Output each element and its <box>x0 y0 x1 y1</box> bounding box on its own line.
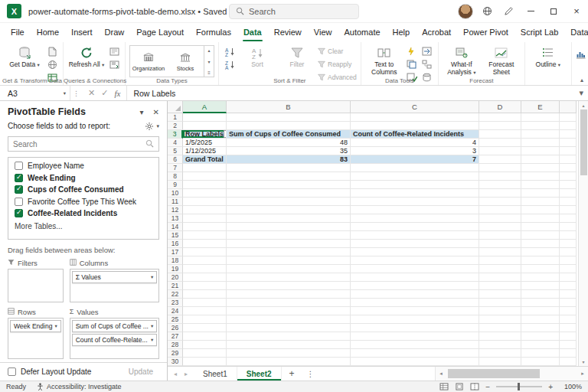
scroll-right-icon[interactable]: ▸ <box>577 371 588 377</box>
ribbon-tab-acrobat[interactable]: Acrobat <box>416 24 457 41</box>
cell-D7[interactable] <box>479 164 521 172</box>
formula-bar-content[interactable]: Row Labels <box>127 86 574 100</box>
ribbon-tab-home[interactable]: Home <box>31 24 65 41</box>
cell-C10[interactable] <box>351 189 479 198</box>
cell-B19[interactable] <box>227 265 351 273</box>
name-box-chevron-icon[interactable]: ▾ <box>64 90 66 96</box>
field-item[interactable]: Coffee-Related Incidents <box>8 207 158 220</box>
row-header-26[interactable]: 26 <box>168 324 183 332</box>
gallery-scrollbar[interactable]: ▴▾≡ <box>204 46 214 77</box>
pane-close-icon[interactable]: ✕ <box>153 108 159 116</box>
field-checkbox[interactable] <box>15 162 23 170</box>
ribbon-tab-formulas[interactable]: Formulas <box>190 24 237 41</box>
clear-button[interactable]: Clear <box>318 46 357 57</box>
cell-C4[interactable]: 4 <box>351 139 479 147</box>
row-header-5[interactable]: 5 <box>168 147 183 155</box>
cell-D19[interactable] <box>479 265 521 273</box>
document-title[interactable]: power-automate-forms-pivot-table-demo.xl… <box>28 7 227 16</box>
grid[interactable]: ABCDE123Row Labels▼Sum of Cups of Coffee… <box>168 101 578 366</box>
cell-B21[interactable] <box>227 282 351 290</box>
cell-B7[interactable] <box>227 164 351 172</box>
cell-C6[interactable]: 7 <box>351 155 479 164</box>
cell-E7[interactable] <box>521 164 560 172</box>
cell-B12[interactable] <box>227 206 351 214</box>
cell-D20[interactable] <box>479 273 521 282</box>
cell-E12[interactable] <box>521 206 560 214</box>
row-header-7[interactable]: 7 <box>168 164 183 172</box>
vertical-scroll-thumb[interactable] <box>580 109 587 175</box>
cell-D8[interactable] <box>479 172 521 181</box>
cell-A21[interactable] <box>183 282 227 290</box>
update-button[interactable]: Update <box>122 367 159 377</box>
cell-C5[interactable]: 3 <box>351 147 479 155</box>
cell-B11[interactable] <box>227 198 351 206</box>
cell-C13[interactable] <box>351 214 479 223</box>
formula-bar-expand-icon[interactable]: ▾ <box>574 86 588 100</box>
cell-E25[interactable] <box>521 315 560 324</box>
cell-D28[interactable] <box>479 341 521 349</box>
cell-D17[interactable] <box>479 248 521 256</box>
zoom-level[interactable]: 100% <box>559 383 582 390</box>
from-text-csv-icon[interactable] <box>45 46 59 57</box>
column-header-b[interactable]: B <box>227 101 351 113</box>
formula-bar-handle[interactable]: ⋮ <box>70 86 82 100</box>
cell-A23[interactable] <box>183 299 227 307</box>
cancel-entry-icon[interactable]: ✕ <box>88 88 95 98</box>
text-to-columns-button[interactable]: Text to Columns <box>365 44 403 77</box>
cell-A8[interactable] <box>183 172 227 181</box>
cell-C12[interactable] <box>351 206 479 214</box>
name-box[interactable]: A3 ▾ <box>0 86 70 100</box>
flash-fill-icon[interactable] <box>405 46 419 57</box>
cell-B18[interactable] <box>227 256 351 265</box>
ribbon-tab-help[interactable]: Help <box>387 24 416 41</box>
cell-A2[interactable] <box>183 122 227 130</box>
cell-C14[interactable] <box>351 223 479 231</box>
organization-data-type[interactable]: Organization <box>130 46 167 77</box>
cell-D2[interactable] <box>479 122 521 130</box>
filters-dropzone[interactable] <box>8 269 64 302</box>
cell-B2[interactable] <box>227 122 351 130</box>
cell-B27[interactable] <box>227 332 351 341</box>
excel-app-icon[interactable]: X <box>7 4 21 18</box>
cell-D26[interactable] <box>479 324 521 332</box>
sheet-tab-sheet1[interactable]: Sheet1 <box>194 367 237 381</box>
forecast-sheet-button[interactable]: Forecast Sheet <box>482 44 521 77</box>
cell-A14[interactable] <box>183 223 227 231</box>
cell-D21[interactable] <box>479 282 521 290</box>
zoom-slider[interactable] <box>496 386 542 387</box>
cell-C20[interactable] <box>351 273 479 282</box>
cell-E30[interactable] <box>521 358 560 366</box>
cell-A10[interactable] <box>183 189 227 198</box>
cell-D15[interactable] <box>479 231 521 240</box>
sort-az-icon[interactable]: AZ <box>223 46 237 57</box>
cell-C19[interactable] <box>351 265 479 273</box>
scroll-down-icon[interactable]: ▾ <box>582 359 584 364</box>
cell-A5[interactable]: 1/12/2025 <box>183 147 227 155</box>
field-checkbox[interactable] <box>15 209 23 217</box>
area-field-pill[interactable]: Count of Coffee-Relate...▾ <box>72 334 158 346</box>
cell-E4[interactable] <box>521 139 560 147</box>
cell-A13[interactable] <box>183 214 227 223</box>
cell-C24[interactable] <box>351 307 479 315</box>
cell-A28[interactable] <box>183 341 227 349</box>
cell-A22[interactable] <box>183 290 227 299</box>
sheet-tab-sheet2[interactable]: Sheet2 <box>237 367 282 381</box>
zoom-out-button[interactable]: − <box>485 383 490 391</box>
cell-D11[interactable] <box>479 198 521 206</box>
cell-A7[interactable] <box>183 164 227 172</box>
cell-D25[interactable] <box>479 315 521 324</box>
cell-B25[interactable] <box>227 315 351 324</box>
cell-E16[interactable] <box>521 240 560 248</box>
cell-B16[interactable] <box>227 240 351 248</box>
cell-D24[interactable] <box>479 307 521 315</box>
row-header-25[interactable]: 25 <box>168 315 183 324</box>
cell-C11[interactable] <box>351 198 479 206</box>
cell-C23[interactable] <box>351 299 479 307</box>
cell-D18[interactable] <box>479 256 521 265</box>
cell-E18[interactable] <box>521 256 560 265</box>
cell-B24[interactable] <box>227 307 351 315</box>
cell-D6[interactable] <box>479 155 521 164</box>
fields-search-input[interactable]: Search <box>8 136 159 151</box>
cell-C17[interactable] <box>351 248 479 256</box>
next-sheet-icon[interactable]: ▸ <box>185 371 188 377</box>
